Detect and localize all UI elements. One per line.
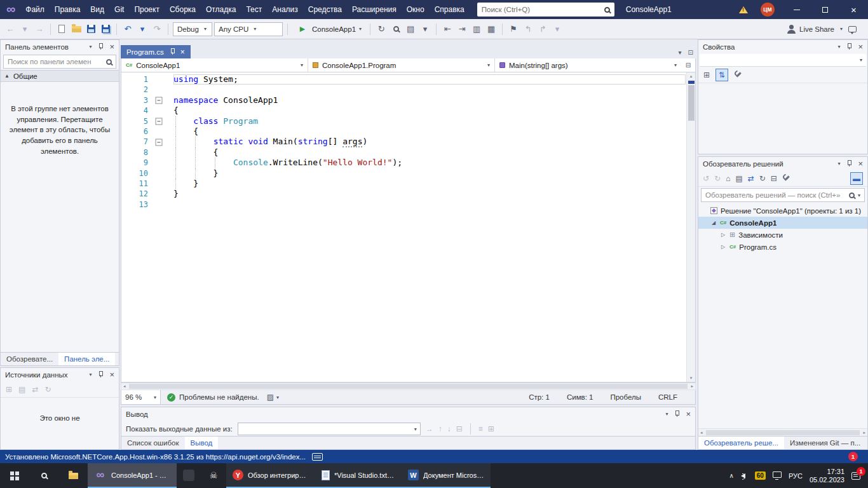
scroll-left-arrow[interactable]: ◂ — [698, 430, 705, 435]
file-explorer-button[interactable] — [58, 463, 88, 488]
tab-toolbox[interactable]: Панель эле... — [58, 353, 115, 365]
fold-marker[interactable] — [153, 137, 165, 147]
close-button[interactable]: × — [839, 0, 868, 19]
network-icon[interactable] — [773, 471, 782, 478]
pin-icon[interactable] — [97, 43, 104, 50]
preview-selected-items-toggle[interactable]: ▬ — [850, 172, 863, 185]
account-avatar[interactable]: ЦМ — [761, 3, 775, 17]
code-cleanup-icon[interactable]: ▨ — [267, 393, 274, 402]
solution-configuration-select[interactable]: Debug ▾ — [173, 22, 212, 36]
configure-data-source-icon[interactable]: ⇄ — [32, 385, 38, 394]
menu-item-Проект[interactable]: Проект — [129, 0, 165, 19]
type-dropdown[interactable]: ConsoleApp1.Program ▾ — [308, 58, 495, 72]
scroll-up-arrow[interactable]: ▴ — [690, 72, 693, 80]
fold-marker[interactable] — [153, 116, 165, 126]
toolbox-section-general[interactable]: ▲ Общие — [1, 70, 119, 82]
close-icon[interactable]: × — [109, 370, 114, 379]
solution-platform-select[interactable]: Any CPU ▾ — [214, 22, 283, 36]
solution-horizontal-scrollbar[interactable]: ◂ ▸ — [698, 428, 867, 436]
solution-explorer-header[interactable]: Обозреватель решений ▾ × — [698, 157, 867, 170]
menu-item-Отладка[interactable]: Отладка — [201, 0, 241, 19]
taskbar-app-visual-studio[interactable]: ∞ConsoleApp1 - Mic... — [88, 463, 177, 488]
navigate-backward-icon[interactable]: ← — [4, 22, 17, 36]
horizontal-scrollbar-thumb[interactable] — [706, 430, 860, 435]
pin-icon[interactable] — [846, 43, 852, 50]
output-source-select[interactable]: ▾ — [238, 423, 421, 435]
edit-data-source-icon[interactable]: ▤ — [18, 385, 25, 394]
back-icon[interactable]: ↺ — [703, 174, 709, 183]
zoom-select[interactable]: 96 % ▾ — [121, 390, 161, 404]
collapse-all-icon[interactable]: ⊟ — [771, 174, 777, 183]
close-tab-icon[interactable]: × — [180, 48, 185, 57]
menu-item-Средства[interactable]: Средства — [303, 0, 347, 19]
sync-with-active-document-icon[interactable]: ⇄ — [748, 174, 754, 183]
live-share-label[interactable]: Live Share — [799, 25, 834, 33]
properties-header[interactable]: Свойства ▾ × — [698, 40, 867, 53]
taskbar-app-word[interactable]: WДокумент Microso... — [402, 463, 491, 488]
close-icon[interactable]: × — [109, 43, 114, 51]
code-map-dropdown[interactable]: ▾ — [419, 22, 431, 36]
autoscroll-icon[interactable]: ⊞ — [488, 424, 494, 433]
tab-server-explorer[interactable]: Обозревате... — [1, 353, 58, 365]
feedback-icon[interactable] — [848, 26, 857, 32]
menu-item-Правка[interactable]: Правка — [50, 0, 86, 19]
goto-message-icon[interactable]: → — [426, 424, 433, 433]
clear-output-icon[interactable]: ⊟ — [456, 424, 463, 433]
action-center-button[interactable]: 1 — [851, 472, 860, 480]
menu-item-Расширения[interactable]: Расширения — [347, 0, 402, 19]
undo-dropdown[interactable]: ▾ — [136, 22, 149, 36]
menu-item-Справка[interactable]: Справка — [430, 0, 470, 19]
menu-item-Файл[interactable]: Файл — [20, 0, 50, 19]
undo-icon[interactable]: ↶ — [121, 22, 134, 36]
indent-increase-icon[interactable]: ⇥ — [456, 22, 468, 36]
save-icon[interactable] — [85, 22, 97, 36]
next-message-icon[interactable]: ↓ — [447, 424, 451, 433]
property-pages-icon[interactable] — [734, 71, 742, 79]
toolbar-overflow-chevron[interactable]: ▾ — [551, 22, 564, 36]
previous-bookmark-icon[interactable]: ↰ — [522, 22, 534, 36]
indent-decrease-icon[interactable]: ⇤ — [441, 22, 454, 36]
navigate-backward-dropdown[interactable]: ▾ — [18, 22, 31, 36]
vertical-scrollbar[interactable]: ▴ ▾ — [686, 72, 695, 382]
tray-meter[interactable]: 60 — [755, 471, 766, 480]
code-editor[interactable]: 1using System;23namespace ConsoleApp14{5… — [121, 72, 696, 383]
member-dropdown[interactable]: Main(string[] args) ▾ — [495, 58, 681, 72]
horizontal-scrollbar-thumb[interactable] — [129, 384, 688, 389]
notification-warning-icon[interactable] — [739, 6, 748, 13]
taskbar-app-skull-app[interactable]: ☠ — [201, 463, 226, 488]
properties-shortcut-icon[interactable] — [782, 174, 790, 182]
data-sources-header[interactable]: Источники данных ▾ × — [1, 368, 119, 381]
toolbox-header[interactable]: Панель элементов ▾ × — [1, 40, 119, 53]
tree-expand-arrow[interactable]: ◢ — [710, 220, 717, 226]
previous-message-icon[interactable]: ↑ — [438, 424, 442, 433]
active-files-dropdown-icon[interactable]: ▾ — [679, 49, 682, 56]
window-layout-icon[interactable]: ⊡ — [688, 49, 693, 56]
taskbar-app-browser-y[interactable]: YОбзор интегриров... — [226, 463, 315, 488]
comment-icon[interactable]: ▥ — [470, 22, 483, 36]
code-map-icon[interactable]: ▤ — [404, 22, 417, 36]
tray-overflow-chevron[interactable]: ∧ — [729, 472, 733, 479]
code-cleanup-dropdown[interactable]: ▾ — [276, 395, 279, 400]
minimize-button[interactable] — [782, 0, 811, 19]
next-bookmark-icon[interactable]: ↱ — [536, 22, 549, 36]
menu-item-Сборка[interactable]: Сборка — [165, 0, 201, 19]
new-project-icon[interactable] — [55, 22, 68, 36]
menu-item-Тест[interactable]: Тест — [241, 0, 267, 19]
pin-icon[interactable] — [97, 371, 104, 378]
scroll-down-arrow[interactable]: ▾ — [690, 374, 693, 382]
fold-marker[interactable] — [153, 95, 165, 105]
menu-item-Анализ[interactable]: Анализ — [267, 0, 303, 19]
tree-expand-arrow[interactable]: ▷ — [720, 232, 726, 238]
vertical-scrollbar-thumb[interactable] — [688, 85, 695, 121]
refresh-icon[interactable]: ↻ — [759, 174, 766, 183]
close-icon[interactable]: × — [858, 43, 863, 51]
volume-icon[interactable] — [741, 473, 745, 478]
tab-git-changes[interactable]: Изменения Git — п... — [784, 437, 866, 449]
categorized-view-icon[interactable]: ⊞ — [703, 71, 710, 79]
close-icon[interactable]: × — [686, 410, 691, 418]
switch-views-icon[interactable]: ▤ — [735, 174, 742, 183]
properties-object-select[interactable]: ▾ — [700, 54, 866, 67]
tree-expand-arrow[interactable]: ▷ — [720, 244, 726, 250]
close-icon[interactable]: × — [858, 159, 863, 168]
chevron-down-icon[interactable]: ▾ — [837, 161, 840, 166]
